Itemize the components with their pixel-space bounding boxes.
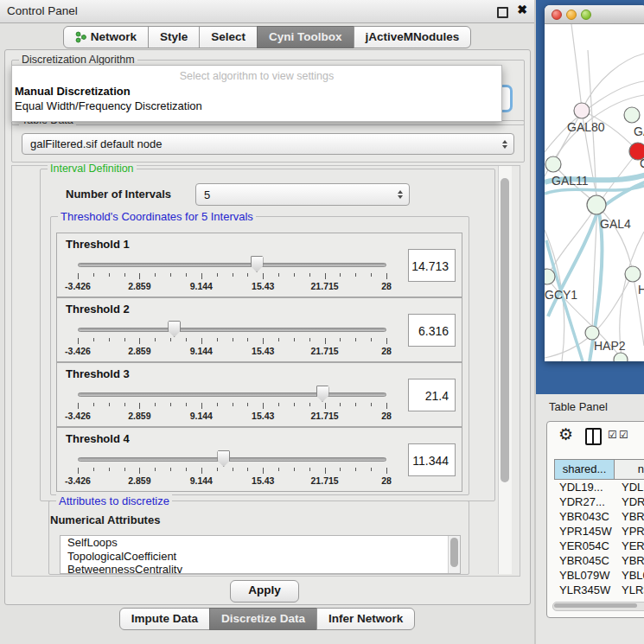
table-row[interactable]: YDR27...YDR2 xyxy=(554,494,644,509)
apply-button[interactable]: Apply xyxy=(230,580,299,603)
slider-tick xyxy=(109,338,110,341)
slider-track[interactable] xyxy=(78,392,386,397)
network-node-gal4[interactable] xyxy=(587,195,606,214)
tab-impute-data[interactable]: Impute Data xyxy=(119,608,210,630)
checkbox-icon[interactable]: ☑ xyxy=(608,429,617,441)
network-edge[interactable] xyxy=(545,335,592,358)
table-row[interactable]: YBR043CYBR0 xyxy=(554,509,644,524)
attribute-item-betweennesscentrality[interactable]: BetweennessCentrality xyxy=(61,563,460,574)
network-edge-highlighted[interactable] xyxy=(602,182,644,207)
threshold-value-field[interactable]: 6.316 xyxy=(408,314,456,347)
slider-tick xyxy=(309,273,310,277)
cell-shared-name[interactable]: YBR045C xyxy=(554,553,615,568)
tab-jactivemnodules[interactable]: jActiveMNodules xyxy=(354,26,472,48)
checkbox-icon[interactable]: ☑ xyxy=(619,429,628,441)
table-panel-region: Table Panel ⚙ ☑ ☑ shared... na YDL19...Y… xyxy=(534,394,644,644)
network-view-frame: GAL80GACGAL11GAL4GCY1HHAP2 xyxy=(534,0,644,394)
cell-shared-name[interactable]: YDL19... xyxy=(554,480,615,494)
tab-infer-network[interactable]: Infer Network xyxy=(316,608,415,630)
num-intervals-combo[interactable]: 5 xyxy=(195,183,410,206)
slider-thumb[interactable] xyxy=(217,450,230,467)
table-row[interactable]: YER054CYER0 xyxy=(554,539,644,553)
slider-tick xyxy=(309,403,310,406)
tab-cyni-toolbox[interactable]: Cyni Toolbox xyxy=(257,26,354,48)
threshold-value-field[interactable]: 14.713 xyxy=(408,249,456,282)
network-node-hap2[interactable] xyxy=(585,326,599,340)
network-node-ga[interactable] xyxy=(624,107,640,123)
cell-name[interactable]: YBR0 xyxy=(615,553,644,568)
cell-name[interactable]: YLR3 xyxy=(615,583,644,597)
network-node-gcy1[interactable] xyxy=(545,269,555,284)
threshold-slider[interactable]: -3.4262.8599.14415.4321.71528 xyxy=(78,384,386,424)
network-node-gal80[interactable] xyxy=(574,103,590,118)
slider-tick xyxy=(309,338,310,341)
table-data-combo[interactable]: galFiltered.sif default node xyxy=(22,133,514,155)
table-row[interactable]: YBR045CYBR0 xyxy=(554,553,644,568)
cell-shared-name[interactable]: YER054C xyxy=(554,539,615,553)
tab-discretize-data[interactable]: Discretize Data xyxy=(209,608,317,630)
cell-name[interactable]: YER0 xyxy=(615,539,644,553)
slider-tick-label: 28 xyxy=(381,475,392,486)
cell-shared-name[interactable]: YBR043C xyxy=(554,509,615,524)
slider-thumb[interactable] xyxy=(168,321,181,337)
threshold-value-field[interactable]: 11.344 xyxy=(408,443,456,476)
algorithm-dropdown-popup: Select algorithm to view settings Manual… xyxy=(11,65,502,122)
numerical-attributes-list[interactable]: SelfLoopsTopologicalCoefficientBetweenne… xyxy=(60,535,461,574)
threshold-value-field[interactable]: 21.4 xyxy=(408,379,456,411)
cell-name[interactable]: YBL0 xyxy=(615,568,644,583)
algorithm-option-manual-discretization[interactable]: Manual Discretization xyxy=(15,85,131,98)
cell-shared-name[interactable]: YPR145W xyxy=(554,524,615,539)
network-node[interactable] xyxy=(614,353,628,361)
slider-thumb[interactable] xyxy=(251,256,264,272)
gear-icon[interactable]: ⚙ xyxy=(558,424,573,444)
close-button[interactable] xyxy=(552,10,562,20)
threshold-slider[interactable]: -3.4262.8599.14415.4321.71528 xyxy=(78,449,386,488)
network-node-gal11[interactable] xyxy=(545,156,561,172)
minimize-button[interactable] xyxy=(566,10,577,20)
slider-thumb[interactable] xyxy=(316,386,329,402)
horizontal-scrollbar[interactable] xyxy=(552,602,644,611)
threshold-slider[interactable]: -3.4262.8599.14415.4321.71528 xyxy=(78,319,386,359)
table-row[interactable]: YDL19...YDL1 xyxy=(554,480,644,494)
cell-name[interactable]: YBR0 xyxy=(615,509,644,524)
cell-shared-name[interactable]: YDR27... xyxy=(554,494,615,509)
zoom-button[interactable] xyxy=(581,10,591,20)
cell-name[interactable]: YPR1 xyxy=(615,524,644,539)
close-icon[interactable]: ✖ xyxy=(517,3,527,16)
network-canvas[interactable]: GAL80GACGAL11GAL4GCY1HHAP2 xyxy=(545,24,644,361)
column-header-shared[interactable]: shared... xyxy=(554,459,615,480)
cell-shared-name[interactable]: YLR345W xyxy=(554,583,615,597)
node-label: C xyxy=(640,156,644,170)
threshold-slider[interactable]: -3.4262.8599.14415.4321.71528 xyxy=(78,254,386,294)
network-edge[interactable] xyxy=(571,24,582,109)
float-window-icon[interactable] xyxy=(497,7,508,18)
scrollbar-thumb[interactable] xyxy=(501,178,509,482)
algorithm-option-equal-width-frequency-discretization[interactable]: Equal Width/Frequency Discretization xyxy=(15,99,202,112)
table-row[interactable]: YBL079WYBL0 xyxy=(554,568,644,583)
scrollbar-thumb[interactable] xyxy=(554,603,637,608)
network-edge[interactable] xyxy=(554,111,582,163)
tab-network[interactable]: Network xyxy=(63,26,149,48)
attribute-item-selfloops[interactable]: SelfLoops xyxy=(61,536,460,550)
slider-tick-label: 2.859 xyxy=(128,475,150,486)
slider-track[interactable] xyxy=(78,457,386,462)
tab-style[interactable]: Style xyxy=(148,26,200,48)
cell-name[interactable]: YDR2 xyxy=(615,494,644,509)
column-layout-icon[interactable] xyxy=(585,428,602,445)
slider-track[interactable] xyxy=(78,263,386,267)
slider-track[interactable] xyxy=(78,328,386,332)
table-row[interactable]: YLR345WYLR3 xyxy=(554,583,644,597)
slider-tick-label: 15.43 xyxy=(252,281,274,291)
table-row[interactable]: YPR145WYPR1 xyxy=(554,524,644,539)
vertical-scrollbar[interactable] xyxy=(498,166,512,574)
network-node-h[interactable] xyxy=(625,266,641,282)
cell-name[interactable]: YDL1 xyxy=(615,480,644,494)
column-header-name[interactable]: na xyxy=(614,459,644,480)
network-window[interactable]: GAL80GACGAL11GAL4GCY1HHAP2 xyxy=(545,5,644,361)
attribute-item-topologicalcoefficient[interactable]: TopologicalCoefficient xyxy=(61,550,460,564)
tab-select[interactable]: Select xyxy=(199,26,258,48)
node-label: GAL11 xyxy=(552,174,589,188)
attributes-scrollbar[interactable] xyxy=(448,536,460,573)
cell-shared-name[interactable]: YBL079W xyxy=(554,568,615,583)
slider-tick xyxy=(155,338,156,341)
